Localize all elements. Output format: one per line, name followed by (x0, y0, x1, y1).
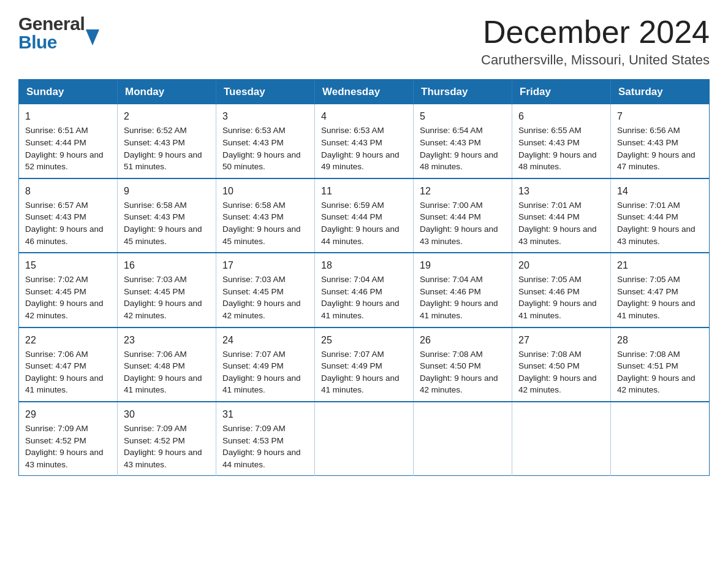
calendar-day-cell: 28Sunrise: 7:08 AMSunset: 4:51 PMDayligh… (611, 327, 710, 402)
day-info: Sunrise: 7:09 AMSunset: 4:53 PMDaylight:… (222, 424, 301, 469)
day-number: 12 (420, 184, 506, 198)
day-number: 15 (25, 258, 111, 272)
day-number: 21 (617, 258, 703, 272)
calendar-header: SundayMondayTuesdayWednesdayThursdayFrid… (19, 80, 710, 105)
calendar-day-cell: 3Sunrise: 6:53 AMSunset: 4:43 PMDaylight… (216, 104, 315, 178)
day-number: 22 (25, 333, 111, 347)
day-info: Sunrise: 6:53 AMSunset: 4:43 PMDaylight:… (222, 126, 301, 171)
title-area: December 2024 Caruthersville, Missouri, … (481, 15, 710, 68)
day-number: 3 (222, 109, 308, 123)
day-number: 25 (321, 333, 407, 347)
calendar-day-cell: 8Sunrise: 6:57 AMSunset: 4:43 PMDaylight… (19, 178, 118, 253)
day-info: Sunrise: 6:54 AMSunset: 4:43 PMDaylight:… (420, 126, 498, 171)
day-number: 31 (222, 407, 308, 421)
day-info: Sunrise: 6:56 AMSunset: 4:43 PMDaylight:… (617, 126, 696, 171)
day-number: 30 (124, 407, 210, 421)
calendar-day-cell: 11Sunrise: 6:59 AMSunset: 4:44 PMDayligh… (315, 178, 414, 253)
calendar-week-row: 29Sunrise: 7:09 AMSunset: 4:52 PMDayligh… (19, 402, 710, 476)
calendar-day-cell: 22Sunrise: 7:06 AMSunset: 4:47 PMDayligh… (19, 327, 118, 402)
day-info: Sunrise: 7:05 AMSunset: 4:47 PMDaylight:… (617, 275, 696, 320)
day-info: Sunrise: 6:55 AMSunset: 4:43 PMDaylight:… (518, 126, 597, 171)
calendar-day-cell: 23Sunrise: 7:06 AMSunset: 4:48 PMDayligh… (118, 327, 216, 402)
day-number: 23 (124, 333, 210, 347)
weekday-header-tuesday: Tuesday (216, 80, 315, 105)
calendar-day-cell (512, 402, 611, 476)
day-number: 11 (321, 184, 407, 198)
calendar-day-cell: 9Sunrise: 6:58 AMSunset: 4:43 PMDaylight… (118, 178, 216, 253)
day-info: Sunrise: 6:53 AMSunset: 4:43 PMDaylight:… (321, 126, 400, 171)
day-info: Sunrise: 7:01 AMSunset: 4:44 PMDaylight:… (617, 201, 696, 246)
calendar-day-cell: 27Sunrise: 7:08 AMSunset: 4:50 PMDayligh… (512, 327, 611, 402)
calendar-day-cell: 4Sunrise: 6:53 AMSunset: 4:43 PMDaylight… (315, 104, 414, 178)
calendar-day-cell: 31Sunrise: 7:09 AMSunset: 4:53 PMDayligh… (216, 402, 315, 476)
calendar-day-cell (315, 402, 414, 476)
day-info: Sunrise: 6:59 AMSunset: 4:44 PMDaylight:… (321, 201, 400, 246)
day-info: Sunrise: 7:04 AMSunset: 4:46 PMDaylight:… (321, 275, 400, 320)
day-info: Sunrise: 7:01 AMSunset: 4:44 PMDaylight:… (518, 201, 597, 246)
day-info: Sunrise: 7:02 AMSunset: 4:45 PMDaylight:… (25, 275, 104, 320)
day-number: 24 (222, 333, 308, 347)
weekday-header-row: SundayMondayTuesdayWednesdayThursdayFrid… (19, 80, 710, 105)
page-subtitle: Caruthersville, Missouri, United States (481, 52, 710, 68)
header: General Blue December 2024 Caruthersvill… (18, 15, 710, 68)
calendar-day-cell (611, 402, 710, 476)
day-info: Sunrise: 7:08 AMSunset: 4:50 PMDaylight:… (420, 350, 498, 395)
calendar-day-cell (414, 402, 512, 476)
calendar-day-cell: 7Sunrise: 6:56 AMSunset: 4:43 PMDaylight… (611, 104, 710, 178)
day-info: Sunrise: 7:04 AMSunset: 4:46 PMDaylight:… (420, 275, 498, 320)
day-info: Sunrise: 7:08 AMSunset: 4:51 PMDaylight:… (617, 350, 696, 395)
day-info: Sunrise: 6:51 AMSunset: 4:44 PMDaylight:… (25, 126, 104, 171)
day-number: 19 (420, 258, 506, 272)
calendar-day-cell: 13Sunrise: 7:01 AMSunset: 4:44 PMDayligh… (512, 178, 611, 253)
logo-triangle-icon (86, 29, 99, 45)
logo: General Blue (18, 15, 99, 52)
day-number: 4 (321, 109, 407, 123)
day-number: 17 (222, 258, 308, 272)
day-info: Sunrise: 6:57 AMSunset: 4:43 PMDaylight:… (25, 201, 104, 246)
weekday-header-friday: Friday (512, 80, 611, 105)
calendar-day-cell: 30Sunrise: 7:09 AMSunset: 4:52 PMDayligh… (118, 402, 216, 476)
day-number: 27 (518, 333, 604, 347)
weekday-header-saturday: Saturday (611, 80, 710, 105)
day-info: Sunrise: 7:03 AMSunset: 4:45 PMDaylight:… (222, 275, 301, 320)
calendar-day-cell: 12Sunrise: 7:00 AMSunset: 4:44 PMDayligh… (414, 178, 512, 253)
calendar-day-cell: 6Sunrise: 6:55 AMSunset: 4:43 PMDaylight… (512, 104, 611, 178)
calendar-day-cell: 21Sunrise: 7:05 AMSunset: 4:47 PMDayligh… (611, 253, 710, 327)
weekday-header-thursday: Thursday (414, 80, 512, 105)
day-number: 26 (420, 333, 506, 347)
day-number: 9 (124, 184, 210, 198)
calendar-day-cell: 19Sunrise: 7:04 AMSunset: 4:46 PMDayligh… (414, 253, 512, 327)
svg-marker-0 (86, 29, 99, 45)
day-info: Sunrise: 7:03 AMSunset: 4:45 PMDaylight:… (124, 275, 202, 320)
day-number: 28 (617, 333, 703, 347)
page-title: December 2024 (481, 15, 710, 50)
day-info: Sunrise: 6:52 AMSunset: 4:43 PMDaylight:… (124, 126, 202, 171)
day-number: 1 (25, 109, 111, 123)
day-number: 13 (518, 184, 604, 198)
weekday-header-wednesday: Wednesday (315, 80, 414, 105)
calendar-day-cell: 20Sunrise: 7:05 AMSunset: 4:46 PMDayligh… (512, 253, 611, 327)
calendar-week-row: 8Sunrise: 6:57 AMSunset: 4:43 PMDaylight… (19, 178, 710, 253)
day-info: Sunrise: 7:09 AMSunset: 4:52 PMDaylight:… (25, 424, 104, 469)
weekday-header-monday: Monday (118, 80, 216, 105)
logo-blue-text: Blue (18, 33, 85, 52)
day-number: 14 (617, 184, 703, 198)
day-info: Sunrise: 6:58 AMSunset: 4:43 PMDaylight:… (124, 201, 202, 246)
day-info: Sunrise: 7:09 AMSunset: 4:52 PMDaylight:… (124, 424, 202, 469)
day-number: 16 (124, 258, 210, 272)
calendar-day-cell: 16Sunrise: 7:03 AMSunset: 4:45 PMDayligh… (118, 253, 216, 327)
day-info: Sunrise: 7:07 AMSunset: 4:49 PMDaylight:… (321, 350, 400, 395)
calendar-day-cell: 18Sunrise: 7:04 AMSunset: 4:46 PMDayligh… (315, 253, 414, 327)
calendar-day-cell: 2Sunrise: 6:52 AMSunset: 4:43 PMDaylight… (118, 104, 216, 178)
calendar-day-cell: 1Sunrise: 6:51 AMSunset: 4:44 PMDaylight… (19, 104, 118, 178)
calendar-day-cell: 26Sunrise: 7:08 AMSunset: 4:50 PMDayligh… (414, 327, 512, 402)
day-info: Sunrise: 7:06 AMSunset: 4:47 PMDaylight:… (25, 350, 104, 395)
day-number: 8 (25, 184, 111, 198)
calendar-day-cell: 15Sunrise: 7:02 AMSunset: 4:45 PMDayligh… (19, 253, 118, 327)
calendar-day-cell: 29Sunrise: 7:09 AMSunset: 4:52 PMDayligh… (19, 402, 118, 476)
day-number: 5 (420, 109, 506, 123)
day-number: 7 (617, 109, 703, 123)
calendar-day-cell: 25Sunrise: 7:07 AMSunset: 4:49 PMDayligh… (315, 327, 414, 402)
calendar-week-row: 22Sunrise: 7:06 AMSunset: 4:47 PMDayligh… (19, 327, 710, 402)
day-info: Sunrise: 7:00 AMSunset: 4:44 PMDaylight:… (420, 201, 498, 246)
